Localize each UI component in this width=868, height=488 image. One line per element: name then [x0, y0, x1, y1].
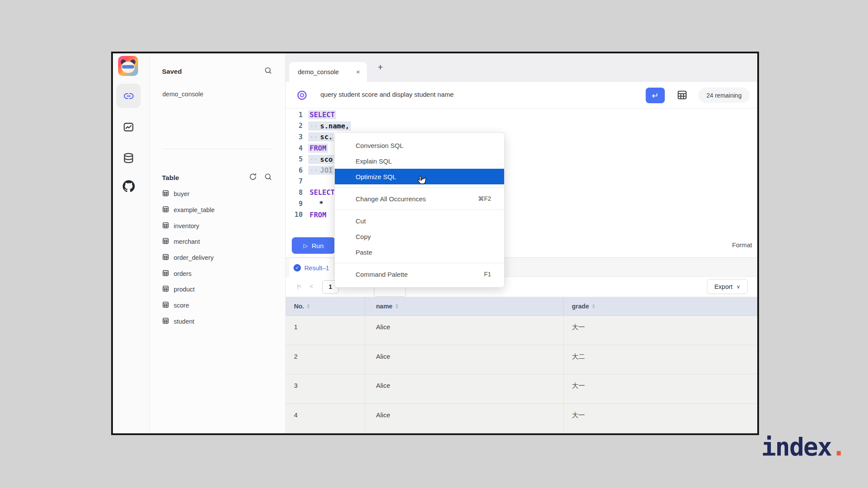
menu-item-paste[interactable]: Paste — [335, 244, 504, 260]
search-icon[interactable] — [264, 173, 272, 183]
table-item-label: orders — [174, 270, 191, 277]
rail-item-console[interactable] — [116, 84, 141, 108]
column-divider — [365, 404, 365, 433]
table-grid-icon — [162, 222, 169, 230]
table-view-icon[interactable] — [677, 89, 688, 102]
column-label: No. — [294, 303, 304, 310]
cell-name: Alice — [365, 404, 563, 433]
rail-item-github[interactable] — [116, 176, 141, 197]
sort-icon[interactable] — [307, 304, 310, 308]
sidebar-divider — [162, 149, 272, 149]
table-grid-icon — [162, 301, 169, 310]
line-number: 10 — [287, 211, 308, 219]
chart-icon — [122, 121, 135, 133]
table-grid-icon — [162, 237, 169, 246]
column-header-grade[interactable]: grade — [563, 303, 757, 310]
result-tab-label: Result–1 — [304, 265, 329, 272]
saved-panel-title: Saved — [162, 68, 182, 75]
saved-item-demo-console[interactable]: demo_console — [162, 91, 203, 98]
refresh-icon[interactable] — [249, 173, 257, 183]
app-logo[interactable] — [118, 56, 138, 76]
menu-shortcut: ⌘F2 — [478, 195, 491, 202]
menu-divider — [335, 210, 504, 210]
line-number: 2 — [287, 122, 308, 130]
menu-item-label: Cut — [356, 217, 366, 225]
table-grid-icon — [162, 206, 169, 214]
table-grid-icon — [162, 285, 169, 294]
menu-item-explain-sql[interactable]: Explain SQL — [335, 153, 504, 169]
table-item-example-table[interactable]: example_table — [162, 202, 281, 218]
cell-grade: 大一 — [563, 404, 757, 433]
tab-demo-console[interactable]: demo_console × — [289, 62, 367, 82]
logo-glasses — [122, 65, 134, 69]
cell-grade: 大二 — [563, 345, 757, 374]
search-icon[interactable] — [264, 66, 272, 76]
menu-item-change-all-occurrences[interactable]: Change All Occurrences ⌘F2 — [335, 191, 504, 206]
indent-marks: ·· — [310, 155, 318, 164]
play-icon: ▷ — [304, 242, 308, 249]
rail-item-dashboard[interactable] — [116, 117, 141, 138]
tab-strip: demo_console × + — [286, 53, 757, 82]
cell-name: Alice — [365, 316, 563, 345]
chevron-down-icon: ∨ — [736, 284, 740, 290]
menu-item-label: Optimize SQL — [356, 173, 396, 180]
run-button[interactable]: ▷ Run — [292, 237, 335, 254]
menu-item-conversion-sql[interactable]: Conversion SQL — [335, 138, 504, 153]
table-item-product[interactable]: product — [162, 282, 281, 298]
close-icon[interactable]: × — [356, 68, 360, 75]
line-number: 8 — [287, 189, 308, 197]
hand-cursor-icon — [416, 175, 428, 190]
cell-grade: 大一 — [563, 316, 757, 345]
table-item-label: example_table — [174, 206, 215, 213]
sort-icon[interactable] — [396, 304, 398, 308]
column-header-no[interactable]: No. — [286, 303, 365, 310]
column-label: grade — [572, 303, 589, 310]
column-divider — [563, 297, 564, 315]
table-panel-title: Table — [162, 174, 179, 182]
run-label: Run — [312, 242, 324, 249]
table-item-score[interactable]: score — [162, 298, 281, 314]
submit-query-button[interactable]: ↵ — [646, 88, 665, 103]
database-icon — [122, 152, 135, 164]
table-item-student[interactable]: student — [162, 314, 281, 330]
table-row[interactable]: 2 Alice 大二 — [286, 345, 757, 375]
line-number: 3 — [287, 133, 308, 141]
export-button[interactable]: Export ∨ — [707, 279, 748, 294]
menu-item-label: Copy — [356, 233, 371, 240]
table-grid-icon — [162, 253, 169, 262]
table-row[interactable]: 3 Alice 大一 — [286, 374, 757, 404]
menu-item-copy[interactable]: Copy — [335, 229, 504, 244]
new-tab-button[interactable]: + — [374, 61, 386, 73]
table-item-label: product — [174, 286, 195, 293]
menu-item-label: Command Palette — [356, 271, 408, 278]
menu-item-cut[interactable]: Cut — [335, 213, 504, 229]
column-header-name[interactable]: name — [365, 303, 563, 310]
table-item-inventory[interactable]: inventory — [162, 218, 281, 234]
ai-query-bar[interactable]: query student score and display student … — [286, 82, 757, 108]
prev-page-icon[interactable]: < — [310, 283, 313, 290]
sort-icon[interactable] — [592, 304, 595, 308]
query-input-text[interactable]: query student score and display student … — [320, 91, 454, 98]
results-table: No. name grade 1 Alice 大一 — [286, 297, 757, 433]
sql-token: s.name, — [320, 122, 349, 130]
table-row[interactable]: 4 Alice 大一 — [286, 404, 757, 433]
result-tab[interactable]: ✓ Result–1 — [289, 259, 333, 277]
table-item-order-delivery[interactable]: order_delivery — [162, 250, 281, 266]
app-window: Saved demo_console Table — [111, 52, 759, 435]
table-row[interactable]: 1 Alice 大一 — [286, 316, 757, 345]
indent-marks: ·· — [310, 122, 318, 130]
format-button[interactable]: Format — [732, 242, 752, 249]
first-page-icon[interactable]: |< — [297, 283, 301, 289]
table-item-merchant[interactable]: merchant — [162, 234, 281, 250]
sql-token: sc. — [320, 133, 333, 141]
table-item-label: student — [174, 318, 195, 325]
rail-item-database[interactable] — [116, 148, 141, 169]
menu-item-command-palette[interactable]: Command Palette F1 — [335, 266, 504, 282]
table-item-orders[interactable]: orders — [162, 265, 281, 282]
editor-line: 2 ··s.name, — [287, 121, 600, 132]
table-panel-header: Table — [162, 173, 272, 183]
line-number: 4 — [287, 144, 308, 152]
tab-label: demo_console — [298, 69, 350, 75]
menu-item-label: Explain SQL — [356, 157, 392, 165]
table-item-buyer[interactable]: buyer — [162, 186, 281, 202]
